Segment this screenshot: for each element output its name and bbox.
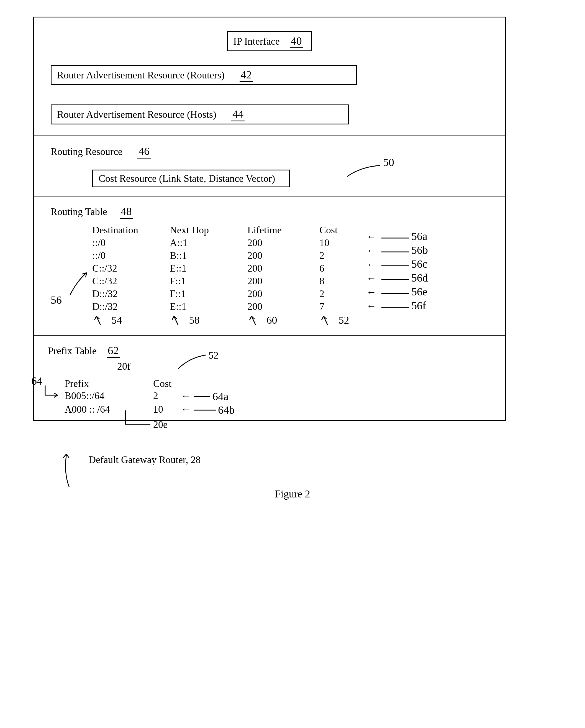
rar-hosts-label: Router Advertisement Resource (Hosts): [57, 109, 216, 120]
ip-interface-ref: 40: [290, 34, 303, 48]
cost-resource-ref: 50: [383, 156, 394, 169]
group-ref: 56: [51, 293, 62, 307]
rar-routers-box: Router Advertisement Resource (Routers) …: [51, 65, 357, 85]
routing-resource-title: Routing Resource 46: [51, 145, 497, 158]
col-header-lifetime: Lifetime: [247, 224, 319, 236]
bottom-annotation: Default Gateway Router, 28: [33, 454, 532, 466]
routing-table-header: Destination Next Hop Lifetime Cost: [92, 224, 497, 236]
routing-resource-section: Routing Resource 46 Cost Resource (Link …: [34, 135, 505, 196]
routing-table-ref: 48: [119, 205, 133, 219]
row-ref: ← 56d: [364, 271, 428, 285]
top-section: IP Interface 40 Router Advertisement Res…: [34, 18, 505, 135]
routing-resource-ref: 46: [137, 145, 151, 158]
table-row: ::/0 A::1 200 10: [92, 237, 497, 249]
routing-table-title: Routing Table 48: [51, 205, 497, 219]
col-header-destination: Destination: [92, 224, 170, 236]
diagram-container: IP Interface 40 Router Advertisement Res…: [33, 17, 506, 421]
row-ref: ← 56b: [364, 243, 428, 257]
rar-routers-ref: 42: [240, 68, 253, 82]
cost-resource-label: Cost Resource (Link State, Distance Vect…: [99, 173, 275, 184]
table-row: C::/32 E::1 200 6: [92, 262, 497, 274]
prefix-row-ref: 64b: [218, 404, 235, 417]
prefix-tail-ref: 20e: [153, 419, 167, 431]
prefix-left-arrow: [43, 384, 62, 404]
rar-hosts-box: Router Advertisement Resource (Hosts) 44: [51, 104, 349, 124]
col-ref-life: 60: [267, 314, 277, 326]
cost-resource-ref-arrow: [344, 161, 405, 183]
column-refs-row: 54 58 60 52: [92, 314, 497, 327]
bottom-arrow: [53, 451, 86, 490]
prefix-table-section: Prefix Table 62 20f 52 Prefix Cost B005:…: [34, 335, 505, 420]
figure-label: Figure 2: [11, 488, 574, 500]
col-header-cost: Cost: [319, 224, 353, 236]
table-row: C::/32 F::1 200 8: [92, 275, 497, 287]
row-ref: ← 56a: [364, 230, 428, 243]
ip-interface-box: IP Interface 40: [227, 31, 312, 51]
cost-resource-box: Cost Resource (Link State, Distance Vect…: [92, 170, 290, 187]
prefix-left-ref: 64: [31, 374, 43, 387]
prefix-header-ref-small: 20f: [117, 361, 130, 372]
ip-interface-label: IP Interface: [233, 36, 280, 47]
row-ref: ← 56f: [364, 299, 428, 313]
col-ref-cost: 52: [339, 314, 349, 326]
bottom-caption: Default Gateway Router, 28: [89, 454, 532, 466]
prefix-row-ref: 64a: [212, 390, 229, 403]
prefix-table: 20f 52 Prefix Cost B005::/64 2 ← 64a A00…: [64, 363, 497, 417]
table-row: D::/32 E::1 200 7: [92, 301, 497, 312]
table-row: ::/0 B::1 200 2: [92, 250, 497, 261]
group-ref-arrow: [62, 268, 95, 302]
rar-hosts-ref: 44: [231, 107, 245, 121]
col-ref-dest: 54: [112, 314, 122, 326]
col-header-nexthop: Next Hop: [170, 224, 247, 236]
prefix-row: B005::/64 2 ← 64a: [64, 390, 497, 403]
routing-table-section: Routing Table 48 Destination Next Hop Li…: [34, 196, 505, 335]
prefix-table-ref: 62: [107, 344, 120, 358]
table-row: D::/32 F::1 200 2: [92, 288, 497, 300]
row-ref: ← 56c: [364, 257, 428, 271]
col-ref-next: 58: [189, 314, 200, 326]
prefix-table-header: Prefix Cost: [64, 378, 497, 389]
row-ref: ← 56e: [364, 285, 428, 299]
cost-header-ref-small: 52: [209, 349, 218, 361]
prefix-row: A000 :: /64 10 ← 64b: [64, 404, 497, 417]
routing-table: Destination Next Hop Lifetime Cost ::/0 …: [92, 224, 497, 327]
prefix-table-title: Prefix Table 62: [48, 344, 497, 358]
row-refs-right: ← 56a ← 56b ← 56c ← 56d ← 5: [364, 230, 428, 313]
rar-routers-label: Router Advertisement Resource (Routers): [57, 70, 224, 81]
